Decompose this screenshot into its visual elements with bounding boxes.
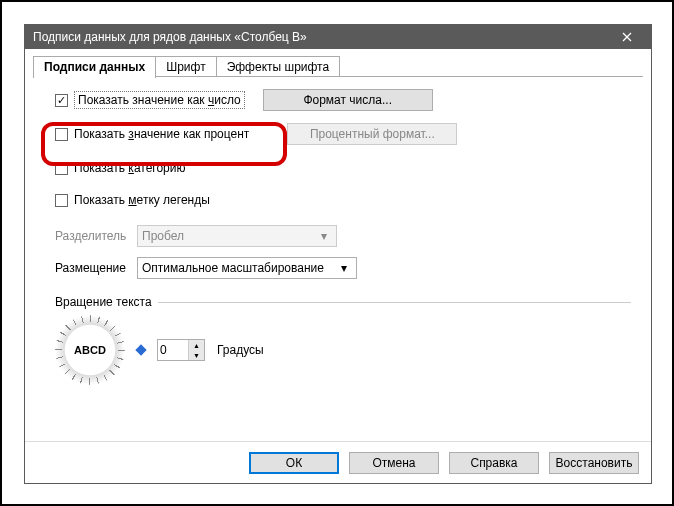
dialog-footer: ОК Отмена Справка Восстановить <box>25 441 651 483</box>
degrees-label: Градусы <box>217 343 264 357</box>
tab-content: Показать значение как число Формат числа… <box>25 77 651 441</box>
tab-font[interactable]: Шрифт <box>155 56 216 77</box>
label-placement: Размещение <box>55 261 137 275</box>
cancel-button[interactable]: Отмена <box>349 452 439 474</box>
number-format-button[interactable]: Формат числа... <box>263 89 433 111</box>
label-separator: Разделитель <box>55 229 137 243</box>
chevron-down-icon: ▾ <box>336 261 352 275</box>
outer-frame: Подписи данных для рядов данных «Столбец… <box>0 0 674 506</box>
separator-value: Пробел <box>142 229 184 243</box>
label-show-category[interactable]: Показать категорию <box>74 161 185 175</box>
separator-select: Пробел ▾ <box>137 225 337 247</box>
rotation-fieldset-label: Вращение текста <box>55 295 631 309</box>
percent-format-button: Процентный формат... <box>287 123 457 145</box>
spinner-down[interactable]: ▼ <box>189 350 204 360</box>
row-show-category: Показать категорию <box>55 155 631 181</box>
titlebar: Подписи данных для рядов данных «Столбец… <box>25 25 651 49</box>
dial-ring: ABCD <box>55 315 125 385</box>
placement-value: Оптимальное масштабирование <box>142 261 324 275</box>
chevron-down-icon: ▾ <box>316 229 332 243</box>
tab-font-effects[interactable]: Эффекты шрифта <box>216 56 341 77</box>
checkbox-show-category[interactable] <box>55 162 68 175</box>
degrees-input[interactable] <box>158 343 188 357</box>
close-button[interactable] <box>609 25 645 49</box>
help-button[interactable]: Справка <box>449 452 539 474</box>
ok-button[interactable]: ОК <box>249 452 339 474</box>
checkbox-show-number[interactable] <box>55 94 68 107</box>
tab-strip: Подписи данных Шрифт Эффекты шрифта <box>33 55 651 77</box>
rotation-controls: ABCD ▲ ▼ Градусы <box>55 315 631 385</box>
row-show-legend: Показать метку легенды <box>55 187 631 213</box>
degrees-spinner[interactable]: ▲ ▼ <box>157 339 205 361</box>
row-placement: Размещение Оптимальное масштабирование ▾ <box>55 255 631 281</box>
dialog-window: Подписи данных для рядов данных «Столбец… <box>24 24 652 484</box>
placement-select[interactable]: Оптимальное масштабирование ▾ <box>137 257 357 279</box>
label-show-legend[interactable]: Показать метку легенды <box>74 193 210 207</box>
rotation-dial[interactable]: ABCD <box>55 315 125 385</box>
tab-data-labels[interactable]: Подписи данных <box>33 56 156 78</box>
checkbox-show-percent[interactable] <box>55 128 68 141</box>
row-show-number: Показать значение как число Формат числа… <box>55 87 631 113</box>
spinner-buttons: ▲ ▼ <box>188 340 204 360</box>
dial-marker-icon <box>135 344 146 355</box>
label-show-percent[interactable]: Показать значение как процент <box>74 127 249 141</box>
row-show-percent: Показать значение как процент Процентный… <box>55 121 631 147</box>
spinner-up[interactable]: ▲ <box>189 340 204 350</box>
window-title: Подписи данных для рядов данных «Столбец… <box>33 30 609 44</box>
checkbox-show-legend[interactable] <box>55 194 68 207</box>
reset-button[interactable]: Восстановить <box>549 452 639 474</box>
dial-text: ABCD <box>74 344 106 356</box>
close-icon <box>622 32 632 42</box>
row-separator: Разделитель Пробел ▾ <box>55 223 631 249</box>
label-show-number[interactable]: Показать значение как число <box>74 91 245 109</box>
